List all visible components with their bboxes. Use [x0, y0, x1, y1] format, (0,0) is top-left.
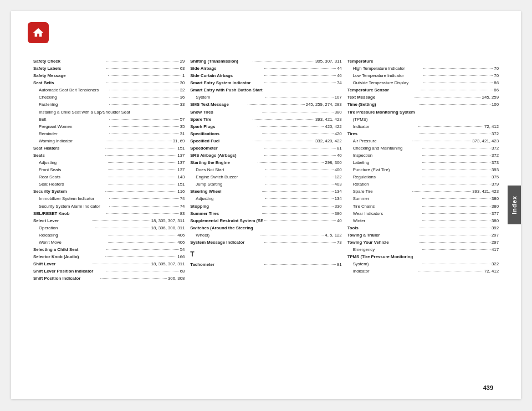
entry-name: Shift Lever [33, 261, 91, 268]
entry-dots [92, 220, 150, 221]
entry-dots [423, 75, 493, 76]
entry-page: 33 [180, 101, 185, 108]
entry-page: 373, 421, 423 [472, 138, 499, 145]
entry-page: 134 [335, 188, 342, 195]
entry-name: Stopping [190, 203, 261, 210]
entry-name: Adjusting [190, 196, 264, 202]
entry-name: Air Pressure [347, 138, 412, 145]
entry-page: 406 [177, 232, 185, 239]
index-entry: System107 [190, 94, 341, 101]
entry-page: 143 [177, 174, 185, 181]
entry-dots [108, 184, 176, 184]
entry-dots [262, 133, 333, 134]
entry-page: 420 [335, 131, 342, 137]
entry-dots [108, 169, 176, 170]
entry-dots [264, 220, 336, 221]
entry-name: Jump Starting [190, 181, 264, 188]
entry-name: System [190, 94, 264, 101]
entry-name: Immobilizer System Indicator [33, 196, 108, 202]
entry-page: 393, 421, 423 [472, 188, 499, 195]
index-entry: Specifications420 [190, 131, 341, 137]
entry-dots [265, 184, 333, 184]
entry-name: Smart Entry with Push Button Start [190, 87, 341, 94]
index-entry: Security System Alarm Indicator74 [33, 203, 185, 210]
entry-name: Tire Chains [347, 203, 421, 210]
entry-dots [105, 256, 176, 257]
entry-page: 245, 259 [482, 94, 499, 101]
index-entry: Wheel)4, 5, 122 [190, 232, 341, 239]
entry-name: Switches (Around the Steering [190, 225, 341, 232]
entry-page: 44 [337, 65, 342, 72]
entry-name: Fastening [33, 101, 108, 108]
entry-page: 377 [492, 210, 499, 217]
index-entry: Rotation379 [347, 181, 499, 188]
index-entry: Supplemental Restraint System (SRS)40 [190, 218, 341, 224]
column-1: Safety Check29Safety Labels63Safety Mess… [33, 58, 190, 385]
entry-name: Engine Switch Buzzer [190, 174, 264, 181]
index-entry: Front Seats137 [33, 167, 185, 173]
index-entry: Puncture (Flat Tire)393 [347, 167, 499, 173]
entry-dots [105, 155, 176, 156]
entry-dots [422, 148, 490, 148]
index-entry: Air Pressure373, 421, 423 [347, 138, 499, 145]
entry-dots [418, 126, 483, 127]
entry-page: 18, 305, 307, 311 [151, 218, 185, 224]
index-entry: System)322 [347, 261, 499, 268]
index-entry: Adjusting134 [190, 196, 341, 202]
entry-page: 406 [177, 239, 185, 246]
entry-page: 373 [492, 160, 499, 166]
entry-page: 122 [335, 174, 342, 181]
entry-name: Warning Indicator [33, 138, 105, 145]
entry-page: 400 [335, 167, 342, 173]
entry-dots [108, 177, 176, 177]
entry-name: Puncture (Flat Tire) [347, 167, 421, 173]
entry-name: Time (Setting) [347, 101, 418, 108]
entry-page: 403 [335, 181, 342, 188]
entry-name: Text Message [347, 94, 413, 101]
index-entry: Security System116 [33, 188, 185, 195]
entry-page: 379 [492, 181, 499, 188]
entry-name: Safety Labels [33, 65, 105, 72]
entry-page: 393, 421, 423 [315, 116, 342, 123]
column-2: Shifting (Transmission)305, 307, 311Side… [190, 58, 347, 385]
entry-page: 372 [492, 145, 499, 152]
entry-name: Won't Move [33, 239, 107, 246]
entry-page: 392 [492, 225, 499, 232]
entry-page: 166 [177, 254, 185, 260]
entry-page: 32 [180, 87, 185, 94]
entry-dots [264, 83, 336, 83]
content-area: Safety Check29Safety Labels63Safety Mess… [33, 58, 499, 385]
entry-name: Seat Heaters [33, 181, 107, 188]
index-entry: Does Not Start400 [190, 167, 341, 173]
entry-page: 297 [492, 239, 499, 246]
index-entry: SMS Text Message245, 259, 274, 283 [190, 101, 341, 108]
entry-dots [265, 169, 333, 170]
entry-page: 420, 422 [325, 124, 341, 130]
home-button[interactable] [28, 22, 49, 43]
entry-dots [420, 133, 490, 134]
entry-name: Regulations [347, 174, 421, 181]
entry-page: 1 [182, 73, 185, 79]
entry-name: Temperature Sensor [347, 87, 420, 94]
index-entry: Summer380 [347, 196, 499, 202]
entry-dots [418, 271, 483, 271]
entry-dots [260, 235, 324, 235]
entry-page: 73 [337, 239, 342, 246]
entry-dots [422, 198, 490, 199]
entry-dots [421, 90, 493, 90]
index-entry: SEL/RESET Knob83 [33, 210, 185, 217]
entry-page: 393 [492, 167, 499, 173]
entry-name: Pregnant Women [33, 124, 108, 130]
entry-name: Wear Indicators [347, 210, 421, 217]
entry-dots [264, 155, 336, 156]
entry-page: 68 [180, 268, 185, 275]
index-entry: Shift Lever Position Indicator68 [33, 268, 185, 275]
index-entry: Smart Entry System Indicator74 [190, 80, 341, 86]
entry-page: 245, 259, 274, 283 [306, 101, 342, 108]
entry-name: Indicator [347, 124, 418, 130]
index-entry: Seat Belts30 [33, 80, 185, 86]
entry-page: 57 [180, 116, 185, 123]
entry-page: 298, 300 [325, 160, 341, 166]
entry-name: Side Curtain Airbags [190, 73, 262, 79]
entry-dots [262, 191, 333, 192]
